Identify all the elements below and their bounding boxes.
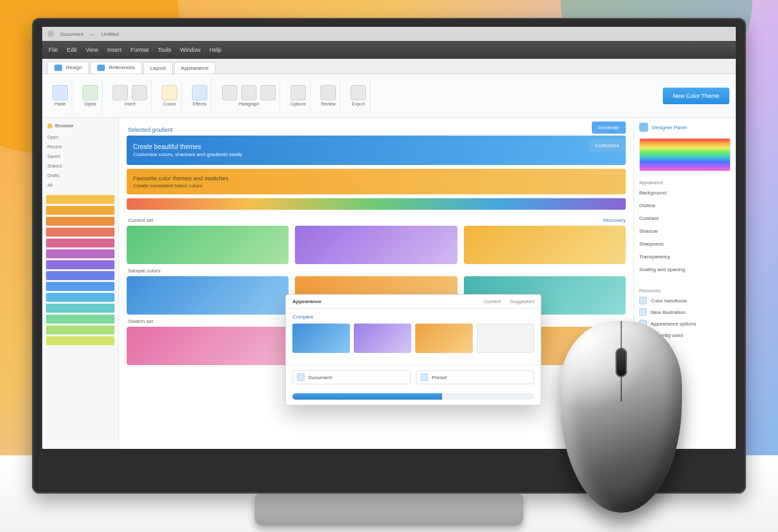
ribbon-group-insert[interactable]: Insert [109,78,152,113]
dialog-option-document[interactable]: Document [292,370,411,384]
panel-item[interactable]: New illustration [639,308,731,316]
tab-design[interactable]: Design [47,61,89,74]
menu-file[interactable]: File [49,47,58,53]
insert-icon [132,85,147,100]
row-label: Current set [128,217,154,223]
swatch[interactable] [46,206,115,215]
tab-appearance[interactable]: Appearance [174,62,216,74]
gradient-strip[interactable] [127,198,626,210]
panel-title: Designer Panel [639,123,731,132]
dialog-meta: Current [484,299,501,304]
panel-item[interactable]: Transparency [639,253,731,262]
swatch-large[interactable] [464,226,626,264]
new-theme-button[interactable]: New Color Theme [663,88,729,104]
sidebar-item[interactable]: All [46,182,115,189]
dialog-option-preset[interactable]: Preset [416,370,534,384]
menu-help[interactable]: Help [209,47,221,53]
styles-icon [83,85,98,100]
menu-window[interactable]: Window [180,47,200,53]
ribbon-group-options[interactable]: Options [287,78,310,113]
panel-item[interactable]: Sharpness [639,240,731,249]
panel-item[interactable]: Background [639,189,731,198]
effects-icon [192,85,207,100]
sidebar-item[interactable]: Open [46,134,115,141]
menu-insert[interactable]: Insert [107,47,122,53]
square-icon [639,308,647,316]
canvas: Generate Customize Selected gradient Cre… [119,118,633,449]
titlebar-app: Document [60,31,83,37]
sidebar-item[interactable]: Saved [46,153,115,160]
export-icon [351,85,366,100]
dialog-swatch[interactable] [415,324,473,353]
physical-mouse [560,321,682,513]
ribbon-group-paragraph[interactable]: Paragraph [218,78,280,113]
tabbar: Design References Layout Appearance [42,59,736,74]
monitor-stand [255,494,523,526]
panel-icon [639,123,648,132]
banner-primary[interactable]: Create beautiful themes Customize colors… [127,136,626,165]
ribbon-group-styles[interactable]: Styles [79,78,102,113]
swatch[interactable] [46,282,115,291]
sidebar-item[interactable]: Shared [46,162,115,169]
dialog-meta: Suggested [510,299,534,304]
swatch[interactable] [46,249,115,258]
titlebar-doc: Untitled [101,31,118,37]
paragraph-icon [222,85,237,100]
menu-tools[interactable]: Tools [157,47,171,53]
dialog-appearance: Appearance Current Suggested Compare [285,294,541,405]
dialog-swatch[interactable] [354,324,411,353]
swatch[interactable] [46,239,115,247]
colors-icon [162,85,177,100]
color-spectrum[interactable] [639,138,731,171]
tab-layout[interactable]: Layout [143,62,173,74]
chip-generate[interactable]: Generate [592,121,626,134]
swatch[interactable] [46,195,115,204]
ribbon-group-paste[interactable]: Paste [49,78,72,113]
swatch[interactable] [46,336,115,345]
ribbon-group-colors[interactable]: Colors [158,78,182,113]
chip-customize[interactable]: Customize [589,139,626,152]
swatch[interactable] [46,260,115,269]
sidebar-item[interactable]: Drafts [46,172,115,179]
preset-icon [420,373,428,381]
titlebar: Document — Untitled [42,27,736,41]
ribbon-group-effects[interactable]: Effects [188,78,212,113]
menu-view[interactable]: View [86,47,98,53]
swatch[interactable] [46,293,115,302]
swatch[interactable] [46,304,115,313]
paste-icon [52,85,68,100]
sidebar-header: Browser [46,121,115,131]
swatch-large[interactable] [127,327,289,365]
tab-icon [54,65,62,71]
dialog-swatch-empty[interactable] [477,324,534,353]
row-side-label: Discovery [603,217,626,223]
sidebar-item[interactable]: Recent [46,143,115,150]
swatch[interactable] [46,271,115,280]
swatch[interactable] [46,228,115,237]
ribbon-group-export[interactable]: Export [347,78,370,113]
swatch-large[interactable] [127,226,289,264]
dialog-swatch[interactable] [292,324,350,353]
ribbon-group-review[interactable]: Review [317,78,340,113]
window-control-icon[interactable] [47,31,54,37]
swatch[interactable] [46,325,115,334]
swatch-large[interactable] [295,226,457,264]
panel-item[interactable]: Contrast [639,214,731,223]
left-sidebar: Browser Open Recent Saved Shared Drafts … [42,118,119,449]
tab-references[interactable]: References [90,61,142,74]
swatch-large[interactable] [127,276,289,315]
panel-item[interactable]: Shadow [639,227,731,236]
swatch[interactable] [46,217,115,226]
panel-item[interactable]: Scaling and spacing [639,265,731,274]
panel-section: Resources [639,288,731,293]
square-icon [639,297,647,304]
panel-section: Appearance [639,180,731,185]
panel-item[interactable]: Outline [639,201,731,210]
swatch[interactable] [46,315,115,324]
menu-format[interactable]: Format [131,47,149,53]
dialog-section-label: Compare [292,314,534,320]
menu-edit[interactable]: Edit [67,47,77,53]
panel-item[interactable]: Color handbook [639,297,731,304]
document-icon [297,373,305,381]
banner-secondary[interactable]: Favourite color themes and swatches Crea… [127,169,626,194]
